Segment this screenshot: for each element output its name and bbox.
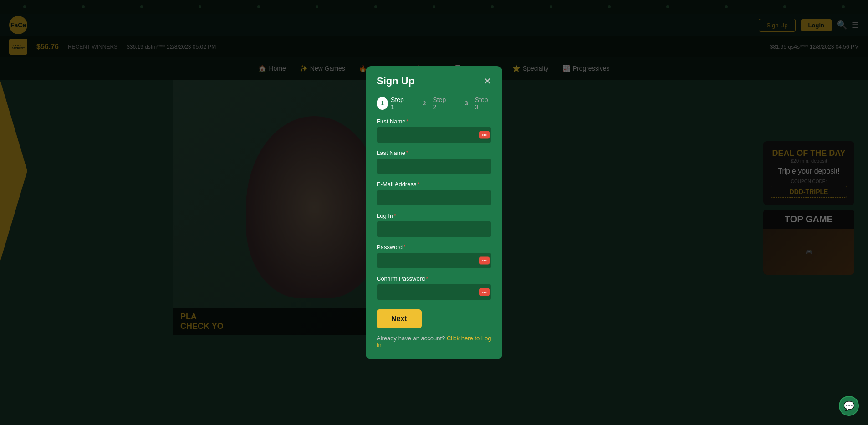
dots-icon: •••: [482, 132, 487, 137]
step-3-circle: 3: [461, 97, 472, 110]
email-group: E-Mail Address*: [377, 181, 491, 206]
chat-icon: 💬: [843, 400, 855, 411]
step-2-circle: 2: [419, 97, 430, 110]
signup-modal: Sign Up ✕ 1 Step 1 2 Step 2 3 Step 3: [366, 66, 502, 359]
first-name-input[interactable]: [377, 127, 491, 143]
password-dots-icon: •••: [482, 258, 487, 263]
first-name-label: First Name*: [377, 118, 491, 125]
email-label: E-Mail Address*: [377, 181, 491, 188]
chat-button[interactable]: 💬: [839, 396, 859, 416]
modal-overlay: Sign Up ✕ 1 Step 1 2 Step 2 3 Step 3: [0, 0, 868, 425]
modal-title: Sign Up: [377, 75, 414, 87]
login-input[interactable]: [377, 221, 491, 237]
modal-header: Sign Up ✕: [366, 66, 502, 92]
email-wrapper: [377, 189, 491, 206]
last-name-wrapper: [377, 158, 491, 174]
confirm-password-icon-btn[interactable]: •••: [479, 288, 490, 296]
email-input[interactable]: [377, 189, 491, 206]
next-button[interactable]: Next: [377, 309, 422, 328]
modal-form: First Name* ••• Last Name*: [366, 118, 502, 359]
login-group: Log In*: [377, 212, 491, 237]
login-label: Log In*: [377, 212, 491, 219]
password-group: Password* •••: [377, 244, 491, 269]
first-name-group: First Name* •••: [377, 118, 491, 143]
password-icon-btn[interactable]: •••: [479, 256, 490, 264]
confirm-password-wrapper: •••: [377, 284, 491, 300]
login-wrapper: [377, 221, 491, 237]
last-name-group: Last Name*: [377, 149, 491, 174]
last-name-input[interactable]: [377, 158, 491, 174]
confirm-password-dots-icon: •••: [482, 289, 487, 294]
steps-bar: 1 Step 1 2 Step 2 3 Step 3: [366, 92, 502, 118]
step-1-circle: 1: [377, 97, 388, 110]
password-wrapper: •••: [377, 252, 491, 269]
confirm-password-group: Confirm Password* •••: [377, 275, 491, 300]
confirm-password-label: Confirm Password*: [377, 275, 491, 282]
steps-divider-1: [413, 99, 413, 108]
password-input[interactable]: [377, 252, 491, 269]
login-link-text: Already have an account?: [377, 335, 445, 342]
modal-close-button[interactable]: ✕: [484, 77, 491, 86]
step-2-label: Step 2: [433, 96, 449, 111]
first-name-wrapper: •••: [377, 127, 491, 143]
password-label: Password*: [377, 244, 491, 251]
step-3-label: Step 3: [475, 96, 491, 111]
login-link-row: Already have an account? Click here to L…: [377, 335, 491, 348]
first-name-icon-btn[interactable]: •••: [479, 131, 490, 138]
step-3[interactable]: 3 Step 3: [461, 96, 491, 111]
step-1-label: Step 1: [391, 96, 407, 111]
step-1[interactable]: 1 Step 1: [377, 96, 407, 111]
last-name-label: Last Name*: [377, 149, 491, 156]
steps-divider-2: [455, 99, 455, 108]
confirm-password-input[interactable]: [377, 284, 491, 300]
step-2[interactable]: 2 Step 2: [419, 96, 449, 111]
